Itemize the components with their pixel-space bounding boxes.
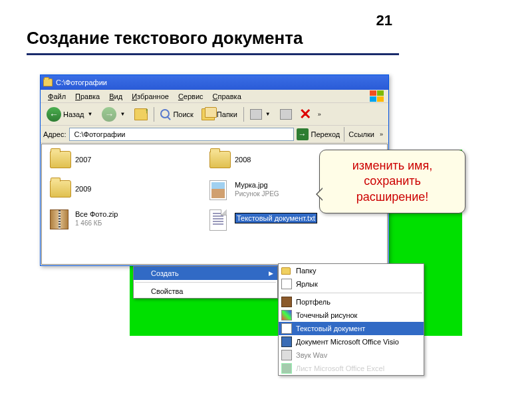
ctx-properties[interactable]: Свойства: [134, 285, 277, 298]
ctx-label: Текстовый документ: [296, 325, 365, 332]
bmp-icon: [281, 310, 292, 321]
back-label: Назад: [63, 110, 84, 118]
folder-icon: [209, 151, 231, 168]
context-menu-submenu: ПапкуЯрлыкПортфельТочечный рисунокТексто…: [278, 263, 424, 376]
slide-number: 21: [376, 12, 392, 29]
menu-edit[interactable]: Правка: [70, 91, 104, 102]
folder-up-icon: [134, 108, 148, 120]
search-button[interactable]: Поиск: [157, 106, 196, 123]
callout-line: расширение!: [331, 190, 454, 205]
separator: [344, 127, 344, 142]
toolbar: ← Назад ▼ → ▼ Поиск Папки ▼ ✕ »: [41, 103, 388, 126]
menu-tools[interactable]: Сервис: [174, 91, 208, 102]
wav-icon: [281, 350, 292, 360]
folder-icon: [50, 180, 71, 198]
titlebar[interactable]: С:\Фотографии: [41, 75, 388, 90]
folder-icon: [281, 267, 291, 275]
address-bar: Адрес: С:\Фотографии → Переход Ссылки »: [41, 126, 388, 143]
ctx-item-wav[interactable]: Звук Wav: [279, 348, 424, 362]
action-icon: [250, 109, 262, 120]
file-folder-2009[interactable]: 2009: [50, 180, 183, 199]
menubar: Файл Правка Вид Избранное Сервис Справка: [41, 90, 388, 103]
search-label: Поиск: [173, 110, 193, 118]
action-button[interactable]: [277, 106, 295, 123]
xls-icon: [281, 363, 292, 374]
context-menu-primary: Создать ▶ Свойства: [133, 266, 278, 299]
back-arrow-icon: ←: [47, 107, 61, 122]
ctx-item-folder[interactable]: Папку: [279, 264, 424, 277]
file-subtitle: 1 466 КБ: [75, 219, 118, 227]
ctx-create[interactable]: Создать ▶: [134, 267, 277, 280]
ctx-label: Лист Microsoft Office Excel: [296, 364, 384, 372]
search-icon: [160, 109, 171, 120]
file-name: 2009: [75, 185, 91, 194]
callout-line: сохранить: [331, 174, 454, 189]
ctx-label: Папку: [296, 267, 316, 275]
folders-button[interactable]: Папки: [198, 106, 241, 123]
separator: [135, 282, 276, 283]
txt-icon: [281, 323, 292, 334]
chevron-down-icon[interactable]: ▼: [86, 111, 94, 117]
action-icon: [280, 109, 292, 120]
image-icon: [209, 180, 227, 200]
links-label[interactable]: Ссылки: [348, 130, 374, 138]
ctx-label: Звук Wav: [296, 351, 327, 359]
folders-label: Папки: [217, 110, 237, 118]
ctx-item-txt[interactable]: Текстовый документ: [279, 322, 424, 335]
menu-view[interactable]: Вид: [104, 91, 127, 102]
ctx-item-visio[interactable]: Документ Microsoft Office Visio: [279, 335, 424, 348]
file-name: 2008: [235, 156, 251, 164]
menu-help[interactable]: Справка: [208, 91, 246, 102]
ctx-item-shortcut[interactable]: Ярлык: [279, 277, 424, 291]
file-name-editing[interactable]: Текстовый документ.txt: [235, 213, 317, 223]
callout-line: изменить имя,: [331, 158, 454, 174]
folder-icon: [43, 78, 53, 86]
file-folder-2007[interactable]: 2007: [50, 151, 183, 170]
ctx-label: Документ Microsoft Office Visio: [296, 338, 399, 346]
chevron-down-icon[interactable]: ▼: [118, 111, 126, 117]
address-label: Адрес:: [43, 130, 66, 138]
address-path: С:\Фотографии: [74, 130, 126, 138]
go-label[interactable]: Переход: [311, 130, 340, 138]
file-name: Все Фото.zip: [75, 210, 118, 219]
ctx-label: Ярлык: [296, 280, 318, 288]
ctx-label: Портфель: [296, 298, 331, 306]
portf-icon: [281, 297, 292, 307]
separator: [280, 293, 422, 293]
forward-arrow-icon: →: [102, 107, 116, 122]
windows-logo-icon: [370, 90, 386, 102]
visio-icon: [281, 336, 292, 347]
menu-favorites[interactable]: Избранное: [127, 91, 174, 102]
ctx-item-xls[interactable]: Лист Microsoft Office Excel: [279, 362, 424, 375]
ctx-label: Свойства: [151, 287, 183, 295]
folder-icon: [50, 151, 71, 168]
separator: [154, 107, 154, 122]
ctx-item-portf[interactable]: Портфель: [279, 295, 424, 309]
archive-icon: [50, 209, 68, 229]
ctx-item-bmp[interactable]: Точечный рисунок: [279, 309, 424, 322]
slide-title: Создание текстового документа: [27, 28, 303, 49]
menu-file[interactable]: Файл: [43, 91, 70, 102]
forward-button[interactable]: → ▼: [98, 106, 130, 123]
file-name: Мурка.jpg: [235, 181, 279, 190]
delete-icon[interactable]: ✕: [297, 106, 314, 123]
submenu-arrow-icon: ▶: [269, 270, 273, 277]
title-rule: [27, 53, 399, 55]
file-zip[interactable]: Все Фото.zip1 466 КБ: [50, 209, 183, 228]
file-name: 2007: [75, 156, 91, 164]
text-document-icon: [209, 209, 227, 231]
separator: [243, 107, 244, 122]
ctx-label: Создать: [151, 269, 179, 277]
go-button[interactable]: →: [297, 128, 309, 140]
window-title: С:\Фотографии: [56, 78, 107, 86]
back-button[interactable]: ← Назад ▼: [43, 106, 97, 123]
shortcut-icon: [281, 279, 292, 289]
up-button[interactable]: [131, 106, 151, 123]
address-input[interactable]: С:\Фотографии: [69, 128, 294, 141]
action-button[interactable]: ▼: [247, 106, 275, 123]
callout-note: изменить имя, сохранить расширение!: [319, 150, 466, 213]
ctx-label: Точечный рисунок: [296, 311, 357, 319]
file-subtitle: Рисунок JPEG: [235, 190, 279, 198]
more-button[interactable]: »: [315, 111, 324, 118]
more-button[interactable]: »: [377, 131, 386, 138]
